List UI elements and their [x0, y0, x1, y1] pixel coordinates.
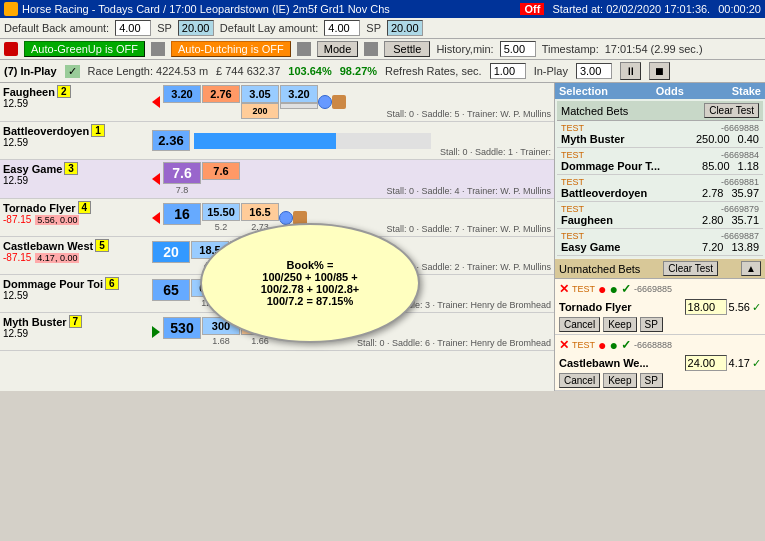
lay-sp-input[interactable]	[387, 20, 423, 36]
pause-btn[interactable]: ⏸	[620, 62, 641, 80]
back-vol-easygame: 7.8	[163, 184, 201, 196]
lay-col-tornadoflyer: 15.50 5.2	[202, 203, 240, 233]
back-price-easygame[interactable]: 7.6	[163, 162, 201, 184]
matched-bet-dommage: TEST -6669884 Dommage Pour T... 85.00 1.…	[557, 148, 763, 175]
back-price-tornadoflyer[interactable]: 16	[163, 203, 201, 225]
back-col-faugheen: 3.20	[163, 85, 201, 119]
back-price-battleoverdoyen[interactable]: 2.36	[152, 130, 190, 151]
price-pair-faugheen: 3.20 2.76 3.05 200 3.20	[163, 85, 318, 119]
back-amount-input[interactable]	[115, 20, 151, 36]
sp-btn-castlebawn[interactable]: SP	[640, 373, 663, 388]
back-col-castlebawnwest: 20	[152, 241, 190, 271]
back-col2-faugheen: 3.05 200	[241, 85, 279, 119]
bet-nums-dommage: 85.00 1.18	[702, 160, 759, 172]
back-price2-faugheen[interactable]: 3.05	[241, 85, 279, 103]
bet-odds-battle: 2.78	[702, 187, 723, 199]
check-castlebawn: ✓	[621, 338, 631, 352]
inplay-rate-input[interactable]	[576, 63, 612, 79]
separator3-icon	[364, 42, 378, 56]
lay-price-faugheen[interactable]: 2.76	[202, 85, 240, 103]
horse-info-faugheen: Faugheen 2 12.59	[0, 83, 150, 121]
lay-amount-input[interactable]	[324, 20, 360, 36]
refresh-label: Refresh Rates, sec.	[385, 65, 482, 77]
horse-price-castlebawnwest: -87.15	[3, 252, 31, 263]
arrow-left-easygame	[152, 173, 160, 185]
back-price-faugheen[interactable]: 3.20	[163, 85, 201, 103]
dot-red-castlebawn: ●	[598, 337, 606, 353]
bet-id-faugheen: -6669879	[721, 204, 759, 214]
price-pair-easygame: 7.6 7.8 7.6	[163, 162, 240, 196]
lay-price-easygame[interactable]: 7.6	[202, 162, 240, 180]
default-lay-label: Default Lay amount:	[220, 22, 318, 34]
bets-panel: Selection Odds Stake Matched Bets Clear …	[555, 83, 765, 391]
cancel-btn-tornado[interactable]: Cancel	[559, 317, 600, 332]
odds-area-battleoverdoyen: 2.36	[150, 122, 437, 159]
bet-tag-mythbuster: TEST	[561, 123, 584, 133]
stall-info-faugheen: Stall: 0 · Saddle: 5 · Trainer: W. P. Mu…	[384, 108, 554, 121]
arrow-left-faugheen	[152, 96, 160, 108]
keep-btn-castlebawn[interactable]: Keep	[603, 373, 636, 388]
bet-row-top-dommage: TEST -6669884	[561, 150, 759, 160]
lay-sp-label: SP	[366, 22, 381, 34]
main-content: Faugheen 2 12.59 3.20 2.76	[0, 83, 765, 391]
cancel-x-castlebawn[interactable]: ✕	[559, 338, 569, 352]
bet-row-top-faugheen: TEST -6669879	[561, 204, 759, 214]
cancel-btn-castlebawn[interactable]: Cancel	[559, 373, 600, 388]
lay-vol-tornadoflyer: 5.2	[202, 221, 240, 233]
unmatched-odds-input-tornado[interactable]	[685, 299, 727, 315]
matched-bets-section: Matched Bets Clear Test TEST -6669888 My…	[555, 99, 765, 258]
clear-test-unmatched-btn[interactable]: Clear Test	[663, 261, 718, 276]
checkmark-castlebawn[interactable]: ✓	[752, 357, 761, 370]
stop-btn[interactable]: ⏹	[649, 62, 670, 80]
bet-details-dommage: Dommage Pour T... 85.00 1.18	[561, 160, 759, 172]
unmatched-odds-input-castlebawn[interactable]	[685, 355, 727, 371]
lay-vol-mythbuster: 1.68	[202, 335, 240, 347]
collapse-unmatched-btn[interactable]: ▲	[741, 261, 761, 276]
back-price-castlebawnwest[interactable]: 20	[152, 241, 190, 263]
popup-text: Book% =100/250 + 100/85 +100/2.78 + 100/…	[261, 259, 359, 307]
checkmark-tornado[interactable]: ✓	[752, 301, 761, 314]
clear-test-matched-btn[interactable]: Clear Test	[704, 103, 759, 118]
back-vol-faugheen	[163, 103, 201, 105]
horse-price2-castlebawnwest: 4.17, 0.00	[35, 253, 79, 263]
bet-id-mythbuster: -6669888	[721, 123, 759, 133]
auto-dutching-btn[interactable]: Auto-Dutching is OFF	[171, 41, 291, 57]
bet-horse-battle: Battleoverdoyen	[561, 187, 647, 199]
back-sp-input[interactable]	[178, 20, 214, 36]
unmatched-actions-castlebawn: Cancel Keep SP	[559, 373, 761, 388]
horse-price-dommagepour: 12.59	[3, 290, 147, 301]
back-price3-faugheen[interactable]: 3.20	[280, 85, 318, 103]
check-tornado: ✓	[621, 282, 631, 296]
dot-grn-tornado: ●	[609, 281, 617, 297]
back-price-dommagepour[interactable]: 65	[152, 279, 190, 301]
auto-greenup-btn[interactable]: Auto-GreenUp is OFF	[24, 41, 145, 57]
unmatched-stake-castlebawn: 4.17	[729, 357, 750, 369]
settle-btn[interactable]: Settle	[384, 41, 430, 57]
window-title: Horse Racing - Todays Card / 17:00 Leopa…	[22, 3, 390, 15]
bet-stake-mythbuster: 0.40	[738, 133, 759, 145]
stake-label: Stake	[732, 85, 761, 97]
back-price-mythbuster[interactable]: 530	[163, 317, 201, 339]
lay-price-tornadoflyer[interactable]: 15.50	[202, 203, 240, 221]
back-vol3-faugheen	[280, 103, 318, 109]
sp-btn-tornado[interactable]: SP	[640, 317, 663, 332]
horse-num-battleoverdoyen: 1	[91, 124, 105, 137]
cancel-x-tornado[interactable]: ✕	[559, 282, 569, 296]
toolbar-row-2: Auto-GreenUp is OFF Auto-Dutching is OFF…	[0, 39, 765, 60]
bet-details-mythbuster: Myth Buster 250.00 0.40	[561, 133, 759, 145]
bet-horse-dommage: Dommage Pour T...	[561, 160, 660, 172]
back-price2-tornadoflyer[interactable]: 16.5	[241, 203, 279, 221]
keep-btn-tornado[interactable]: Keep	[603, 317, 636, 332]
refresh-rate-input[interactable]	[490, 63, 526, 79]
bet-id-battle: -6669881	[721, 177, 759, 187]
price-pair-battleoverdoyen: 2.36	[152, 130, 190, 151]
unmatched-tag-tornado: TEST	[572, 284, 595, 294]
bet-horse-mythbuster: Myth Buster	[561, 133, 625, 145]
bet-id-easygame: -6669887	[721, 231, 759, 241]
history-min-input[interactable]	[500, 41, 536, 57]
mode-btn[interactable]: Mode	[317, 41, 359, 57]
separator-icon	[151, 42, 165, 56]
app-icon	[4, 2, 18, 16]
unmatched-bets-header: Unmatched Bets Clear Test ▲	[555, 259, 765, 279]
odds-area-faugheen: 3.20 2.76 3.05 200 3.20	[150, 83, 384, 121]
